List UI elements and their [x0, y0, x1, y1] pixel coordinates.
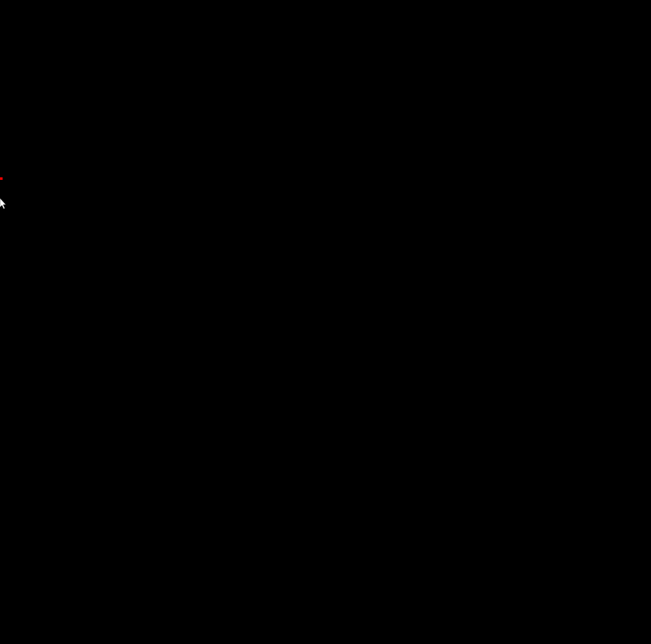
mouse-cursor-icon [0, 198, 8, 211]
red-highlight-box [0, 177, 3, 180]
terminal-output[interactable] [0, 42, 651, 156]
